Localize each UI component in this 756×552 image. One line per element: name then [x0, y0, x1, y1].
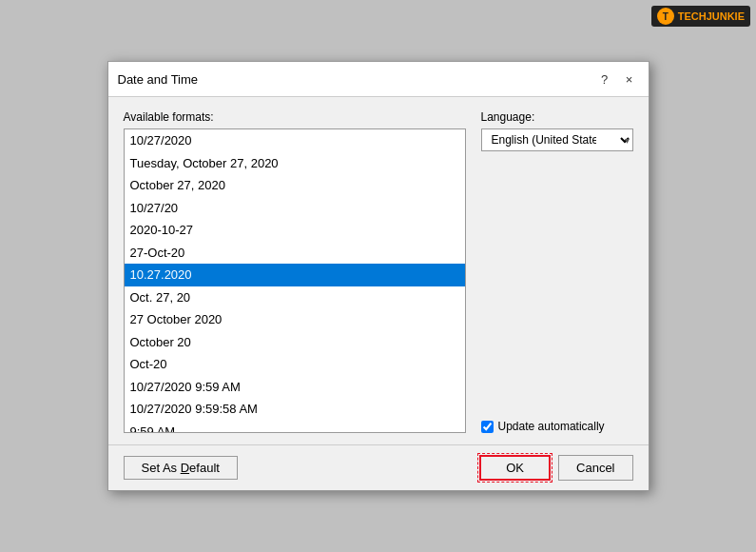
format-item[interactable]: 27-Oct-20: [125, 242, 465, 265]
format-item[interactable]: Oct. 27, 20: [125, 286, 465, 309]
date-time-dialog: Date and Time ? × Available formats: 10/…: [107, 61, 649, 491]
title-bar: Date and Time ? ×: [108, 62, 649, 97]
format-item[interactable]: 10.27.2020: [125, 264, 465, 286]
format-item[interactable]: 10/27/2020 9:59 AM: [125, 376, 465, 399]
format-item[interactable]: 10/27/2020 9:59:58 AM: [125, 398, 465, 421]
watermark: T TECHJUNKIE: [651, 6, 750, 27]
right-panel: Language: English (United States)English…: [481, 110, 633, 433]
close-button[interactable]: ×: [620, 69, 639, 89]
language-select[interactable]: English (United States)English (United K…: [481, 128, 633, 151]
format-item[interactable]: Oct-20: [125, 353, 465, 376]
formats-listbox[interactable]: 10/27/2020Tuesday, October 27, 2020Octob…: [125, 129, 465, 432]
format-item[interactable]: October 27, 2020: [125, 174, 465, 197]
left-panel: Available formats: 10/27/2020Tuesday, Oc…: [124, 110, 466, 433]
update-auto-label[interactable]: Update automatically: [498, 420, 605, 433]
format-item[interactable]: October 20: [125, 331, 465, 354]
title-bar-controls: ? ×: [595, 69, 639, 89]
dialog-body: Available formats: 10/27/2020Tuesday, Oc…: [108, 97, 649, 444]
formats-listbox-container: 10/27/2020Tuesday, October 27, 2020Octob…: [124, 128, 466, 433]
help-button[interactable]: ?: [595, 69, 614, 89]
dialog-footer: Set As Default OK Cancel: [108, 444, 649, 490]
language-dropdown-wrapper: English (United States)English (United K…: [481, 128, 633, 151]
tj-icon: T: [657, 8, 674, 25]
dialog-title: Date and Time: [118, 72, 199, 87]
set-default-button[interactable]: Set As Default: [124, 456, 238, 480]
format-item[interactable]: 10/27/2020: [125, 129, 465, 152]
update-auto-row: Update automatically: [481, 410, 633, 433]
formats-label: Available formats:: [124, 110, 466, 124]
ok-button[interactable]: OK: [479, 455, 551, 481]
language-label: Language:: [481, 110, 633, 124]
format-item[interactable]: 2020-10-27: [125, 219, 465, 242]
format-item[interactable]: 9:59 AM: [125, 421, 465, 433]
footer-left: Set As Default: [124, 456, 238, 480]
watermark-text: TECHJUNKIE: [678, 10, 745, 22]
cancel-button[interactable]: Cancel: [558, 455, 632, 481]
update-auto-checkbox[interactable]: [481, 421, 494, 433]
format-item[interactable]: 27 October 2020: [125, 308, 465, 331]
footer-right: OK Cancel: [479, 455, 632, 481]
format-item[interactable]: 10/27/20: [125, 197, 465, 220]
format-item[interactable]: Tuesday, October 27, 2020: [125, 152, 465, 175]
